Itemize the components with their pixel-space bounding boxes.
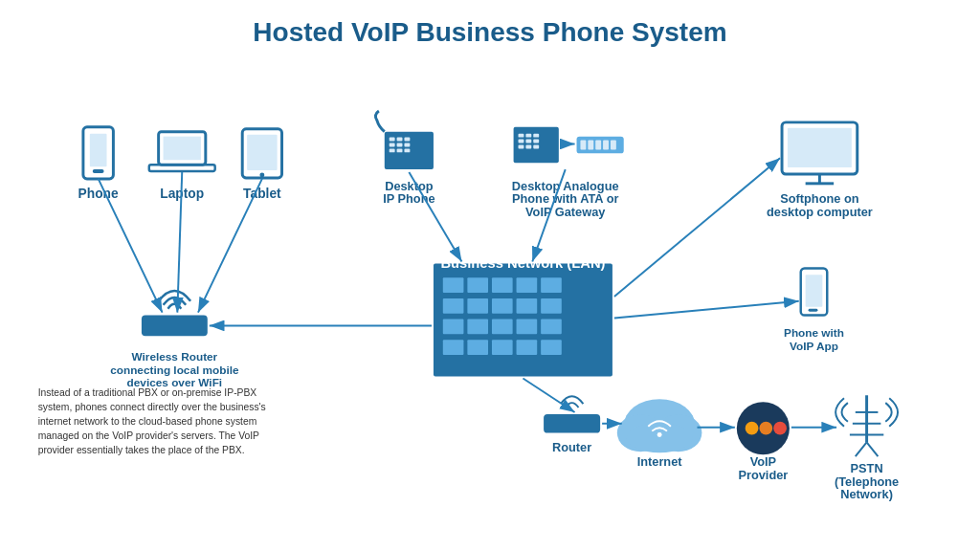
svg-text:(Telephone: (Telephone bbox=[835, 474, 899, 489]
svg-text:Desktop: Desktop bbox=[385, 179, 434, 193]
svg-rect-32 bbox=[533, 140, 539, 143]
svg-rect-58 bbox=[443, 277, 464, 293]
svg-text:Wireless Router: Wireless Router bbox=[132, 350, 218, 364]
svg-rect-28 bbox=[525, 134, 531, 138]
svg-line-104 bbox=[867, 442, 879, 456]
diagram-area: Phone Laptop Tablet bbox=[19, 57, 961, 526]
svg-text:VoIP Gateway: VoIP Gateway bbox=[525, 205, 606, 219]
svg-rect-70 bbox=[492, 320, 513, 335]
svg-text:Provider: Provider bbox=[738, 468, 788, 482]
svg-rect-67 bbox=[541, 298, 562, 314]
phone-voip-icon: Phone with VoIP App bbox=[784, 268, 844, 353]
svg-rect-27 bbox=[519, 134, 524, 138]
svg-point-12 bbox=[259, 173, 264, 178]
svg-rect-64 bbox=[467, 298, 488, 314]
svg-line-112 bbox=[409, 172, 461, 261]
svg-rect-61 bbox=[517, 277, 538, 293]
svg-line-103 bbox=[856, 442, 867, 456]
svg-rect-38 bbox=[580, 141, 586, 150]
svg-text:Phone with: Phone with bbox=[784, 326, 844, 340]
svg-text:connecting local mobile: connecting local mobile bbox=[110, 364, 239, 377]
desktop-analogue-icon: Desktop Analogue Phone with ATA or VoIP … bbox=[512, 127, 624, 219]
phone-icon: Phone bbox=[78, 127, 119, 201]
desktop-ip-phone-icon: Desktop IP Phone bbox=[375, 111, 434, 206]
svg-rect-81 bbox=[809, 309, 818, 312]
diagram-svg: Phone Laptop Tablet bbox=[19, 57, 961, 526]
svg-text:Softphone on: Softphone on bbox=[780, 192, 859, 207]
svg-rect-39 bbox=[588, 141, 593, 150]
svg-text:Tablet: Tablet bbox=[243, 187, 281, 201]
svg-rect-71 bbox=[517, 320, 538, 335]
svg-line-116 bbox=[523, 379, 574, 412]
svg-rect-3 bbox=[90, 134, 107, 166]
svg-rect-42 bbox=[611, 141, 616, 150]
svg-line-108 bbox=[99, 179, 163, 313]
svg-point-94 bbox=[746, 422, 759, 435]
svg-text:Phone: Phone bbox=[78, 187, 119, 201]
svg-rect-22 bbox=[397, 148, 403, 152]
svg-rect-40 bbox=[595, 141, 601, 150]
svg-text:VoIP App: VoIP App bbox=[790, 340, 838, 353]
page-container: Hosted VoIP Business Phone System Phone bbox=[0, 0, 980, 551]
svg-rect-73 bbox=[443, 340, 464, 355]
svg-rect-52 bbox=[142, 316, 208, 337]
router-bottom-icon: Router bbox=[544, 396, 600, 454]
svg-text:Router: Router bbox=[552, 440, 591, 454]
pstn-tower-icon: PSTN (Telephone Network) bbox=[835, 395, 899, 501]
svg-rect-77 bbox=[541, 340, 562, 355]
svg-rect-7 bbox=[164, 137, 201, 161]
svg-text:Business Network (LAN): Business Network (LAN) bbox=[440, 255, 605, 271]
svg-rect-34 bbox=[525, 144, 531, 148]
svg-rect-4 bbox=[93, 169, 104, 173]
svg-rect-15 bbox=[390, 138, 395, 142]
svg-text:Internet: Internet bbox=[637, 454, 683, 469]
svg-rect-62 bbox=[541, 277, 562, 293]
svg-rect-41 bbox=[603, 141, 609, 150]
softphone-icon: Softphone on desktop computer bbox=[767, 122, 873, 219]
svg-rect-66 bbox=[517, 298, 538, 314]
svg-text:Phone with ATA or: Phone with ATA or bbox=[512, 192, 618, 207]
internet-cloud-icon: Internet bbox=[617, 399, 702, 469]
svg-rect-75 bbox=[492, 340, 513, 355]
svg-rect-35 bbox=[533, 144, 539, 148]
business-network-icon: Business Network (LAN) bbox=[434, 255, 612, 376]
svg-rect-21 bbox=[390, 148, 395, 152]
svg-text:Desktop Analogue: Desktop Analogue bbox=[512, 179, 619, 193]
svg-text:VoIP: VoIP bbox=[750, 454, 777, 469]
svg-rect-31 bbox=[525, 140, 531, 143]
svg-line-115 bbox=[614, 301, 799, 319]
svg-rect-74 bbox=[467, 340, 488, 355]
svg-rect-33 bbox=[519, 144, 524, 148]
svg-rect-60 bbox=[492, 277, 513, 293]
svg-rect-80 bbox=[806, 275, 823, 306]
svg-rect-72 bbox=[541, 320, 562, 335]
voip-provider-icon: VoIP Provider bbox=[737, 402, 790, 482]
svg-line-110 bbox=[198, 179, 262, 313]
tablet-icon: Tablet bbox=[242, 129, 281, 201]
svg-rect-18 bbox=[390, 143, 395, 147]
svg-rect-68 bbox=[443, 320, 464, 335]
wireless-router-icon: Wireless Router connecting local mobile … bbox=[110, 291, 239, 389]
svg-rect-17 bbox=[404, 138, 410, 142]
svg-rect-76 bbox=[517, 340, 538, 355]
svg-rect-23 bbox=[404, 148, 410, 152]
svg-rect-59 bbox=[467, 277, 488, 293]
svg-rect-69 bbox=[467, 320, 488, 335]
svg-rect-30 bbox=[519, 140, 524, 143]
svg-text:PSTN: PSTN bbox=[851, 461, 883, 475]
svg-point-96 bbox=[773, 422, 787, 435]
svg-rect-8 bbox=[149, 165, 215, 171]
svg-rect-19 bbox=[397, 143, 403, 147]
svg-point-95 bbox=[759, 422, 772, 435]
svg-rect-20 bbox=[404, 143, 410, 147]
svg-point-91 bbox=[657, 432, 662, 437]
svg-text:Network): Network) bbox=[840, 487, 893, 501]
page-title: Hosted VoIP Business Phone System bbox=[19, 10, 961, 48]
svg-rect-47 bbox=[788, 128, 852, 167]
svg-rect-11 bbox=[247, 135, 277, 170]
svg-rect-65 bbox=[492, 298, 513, 314]
svg-point-53 bbox=[172, 311, 176, 315]
svg-rect-29 bbox=[533, 134, 539, 138]
svg-text:desktop computer: desktop computer bbox=[767, 205, 873, 219]
svg-line-114 bbox=[614, 158, 780, 297]
